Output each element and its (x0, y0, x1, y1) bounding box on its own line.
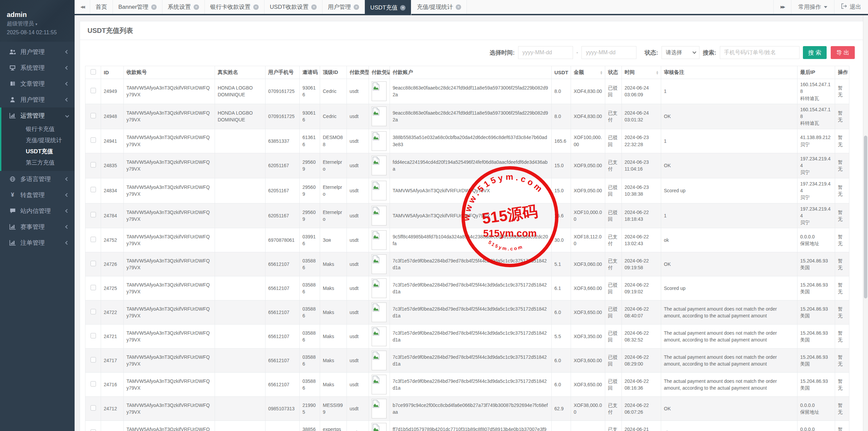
cell-action: 暂无 (835, 276, 849, 300)
payment-voucher-thumbnail[interactable] (372, 302, 387, 322)
close-icon[interactable]: × (400, 5, 406, 11)
export-button[interactable]: 导 出 (831, 46, 855, 59)
column-header-time-sortable[interactable]: 时间▲▼ (622, 66, 661, 79)
row-checkbox[interactable] (91, 212, 96, 217)
row-checkbox[interactable] (91, 88, 96, 93)
sidebar-subitem-recharge-withdraw-stats[interactable]: 充值/提现统计 (1, 135, 75, 146)
logout-button[interactable]: 退出 (834, 0, 868, 14)
vertical-scrollbar[interactable] (863, 15, 868, 431)
row-checkbox[interactable] (91, 405, 96, 411)
tab-recharge-withdraw-stats[interactable]: 充值/提现统计× (411, 0, 467, 14)
row-checkbox[interactable] (91, 162, 96, 168)
row-checkbox[interactable] (91, 381, 96, 387)
broken-image-icon (373, 82, 379, 91)
tab-bar: ◀◀ 首页 Banner管理× 系统设置× 银行卡收款设置× USDT收款设置×… (75, 0, 868, 15)
cell-action: 暂无 (835, 104, 849, 129)
search-input[interactable] (720, 46, 800, 59)
payment-voucher-thumbnail[interactable] (372, 254, 387, 274)
table-row: 24717 TAMVW5AfyoA3nT3QzkifVRFUrDWFQy79VX… (85, 349, 849, 373)
row-checkbox[interactable] (91, 309, 96, 314)
cell-phone: 62051167 (265, 203, 300, 228)
cell-usdt: 16.6 (552, 203, 571, 228)
status-filter-label: 状态: (645, 49, 658, 57)
column-header-id: ID (101, 66, 124, 79)
cell-amount: XOF3,060.00 (571, 252, 605, 276)
sidebar-subitem-third-party-recharge[interactable]: 第三方充值 (1, 157, 75, 168)
payment-voucher-thumbnail[interactable] (372, 278, 387, 298)
sidebar-item-wheel-management[interactable]: ¥ 转盘管理 (0, 187, 75, 203)
cell-last-ip: 0.0.0.0保留地址 (797, 421, 835, 431)
payment-voucher-thumbnail[interactable] (372, 327, 387, 346)
sidebar-item-system-management[interactable]: 系统管理 (0, 60, 75, 76)
row-checkbox[interactable] (91, 113, 96, 118)
payment-voucher-thumbnail[interactable] (372, 206, 387, 226)
cell-real-name (215, 325, 265, 349)
sidebar-item-article-management[interactable]: 文章管理 (0, 76, 75, 92)
users-icon (8, 49, 17, 55)
row-checkbox[interactable] (91, 429, 96, 431)
tab-usdt-payment-settings[interactable]: USDT收款设置× (264, 0, 322, 14)
cell-review-remark: OK (661, 397, 797, 421)
cell-last-ip: 15.204.86.93美国 (797, 300, 835, 325)
close-icon[interactable]: × (354, 4, 359, 10)
sidebar-item-bet-order-management[interactable]: 注单管理 (0, 235, 75, 251)
row-checkbox[interactable] (91, 285, 96, 290)
row-checkbox[interactable] (91, 357, 96, 363)
sidebar-item-multilanguage-management[interactable]: 多语言管理 (0, 171, 75, 187)
payment-voucher-thumbnail[interactable] (372, 351, 387, 370)
row-checkbox[interactable] (91, 137, 96, 143)
sidebar-item-match-management[interactable]: 赛事管理 (0, 219, 75, 235)
tabs-scroll-right-button[interactable]: ▶▶ (773, 0, 791, 14)
search-button[interactable]: 搜 索 (803, 46, 827, 59)
cell-review-remark: OK (661, 153, 797, 178)
tab-banner-management[interactable]: Banner管理× (113, 0, 162, 14)
close-icon[interactable]: × (456, 4, 461, 10)
table-row: 24752 TAMVW5AfyoA3nT3QzkifVRFUrDWFQy79VX… (85, 228, 849, 252)
tab-home[interactable]: 首页 (90, 0, 113, 14)
payment-voucher-thumbnail[interactable] (372, 156, 387, 175)
cell-id: 24722 (101, 300, 124, 325)
sidebar-item-user-management[interactable]: 用户管理 (0, 44, 75, 60)
close-icon[interactable]: × (311, 4, 317, 10)
tab-user-management[interactable]: 用户管理× (322, 0, 365, 14)
close-icon[interactable]: × (253, 4, 259, 10)
date-from-input[interactable] (518, 46, 573, 59)
payment-voucher-thumbnail[interactable] (372, 375, 387, 394)
cell-last-ip: 197.234.219.44贝宁 (797, 203, 835, 228)
sidebar-item-site-message-management[interactable]: 站内信管理 (0, 203, 75, 219)
cell-action: 暂无 (835, 373, 849, 397)
close-icon[interactable]: × (151, 4, 157, 10)
cell-payment-type: usdt (347, 252, 369, 276)
tab-usdt-recharge[interactable]: USDT充值× (365, 0, 411, 15)
payment-voucher-thumbnail[interactable] (372, 423, 387, 431)
sidebar-subitem-bank-card-recharge[interactable]: 银行卡充值 (1, 123, 75, 135)
sidebar-item-operations-management[interactable]: 运营管理 (1, 107, 75, 123)
column-header-payment-account: 付款账户 (390, 66, 552, 79)
payment-voucher-thumbnail[interactable] (372, 81, 387, 101)
column-header-amount-sortable[interactable]: 金额▲▼ (571, 66, 605, 79)
payment-voucher-thumbnail[interactable] (372, 131, 387, 151)
cell-time: 2024-06-23 10:38:38 (622, 178, 661, 203)
close-icon[interactable]: × (194, 4, 199, 10)
user-role-dropdown[interactable]: 超级管理员 ▾ (7, 20, 75, 27)
date-to-input[interactable] (581, 46, 636, 59)
row-checkbox[interactable] (91, 187, 96, 192)
payment-voucher-thumbnail[interactable] (372, 181, 387, 200)
sidebar-item-member-management[interactable]: 用户管理 (0, 92, 75, 107)
sidebar-subitem-usdt-recharge[interactable]: USDT充值 (1, 146, 75, 157)
tabs-scroll-left-button[interactable]: ◀◀ (75, 0, 90, 14)
row-checkbox[interactable] (91, 333, 96, 338)
select-all-checkbox[interactable] (91, 69, 96, 75)
table-row: 24784 TAMVW5AfyoA3nT3QzkifVRFUrDWFQy79VX… (85, 203, 849, 228)
tab-bank-card-payment-settings[interactable]: 银行卡收款设置× (205, 0, 264, 14)
payment-voucher-thumbnail[interactable] (372, 230, 387, 250)
scrollbar-thumb[interactable] (864, 136, 867, 298)
row-checkbox[interactable] (91, 261, 96, 266)
payment-voucher-thumbnail[interactable] (372, 106, 387, 126)
common-operations-dropdown[interactable]: 常用操作 (791, 0, 834, 14)
cell-invite-code: 930616 (300, 79, 320, 104)
tab-system-settings[interactable]: 系统设置× (162, 0, 205, 14)
row-checkbox[interactable] (91, 237, 96, 242)
payment-voucher-thumbnail[interactable] (372, 399, 387, 418)
status-select[interactable]: 请选择 (662, 46, 699, 59)
